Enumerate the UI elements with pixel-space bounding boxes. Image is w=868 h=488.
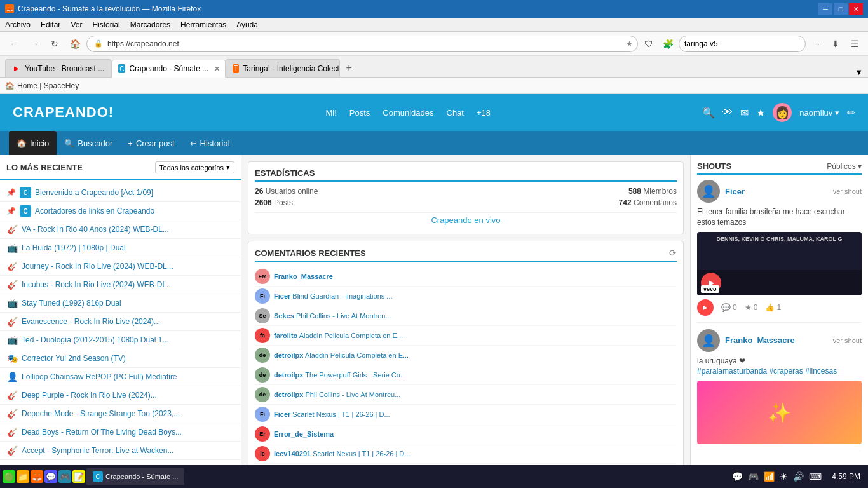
bookmark-star-icon[interactable]: ★ xyxy=(626,39,633,48)
post-item-9[interactable]: 🎭 Corrector Yui 2nd Season (TV) xyxy=(0,349,241,368)
shout-comments-action[interactable]: 💬 0 xyxy=(721,303,737,312)
username-label[interactable]: naomiluv ▾ xyxy=(799,108,839,118)
shout-user-1[interactable]: Franko_Massacre xyxy=(725,336,795,345)
user-avatar[interactable]: 👩 xyxy=(773,103,792,122)
comment-row-5[interactable]: de detroilpx The Powerpuff Girls - Serie… xyxy=(255,365,677,385)
comment-row-0[interactable]: FM Franko_Massacre xyxy=(255,267,677,287)
search-go-button[interactable]: → xyxy=(808,36,825,52)
post-item-13[interactable]: 🎸 Dead Boys - Return Of The Living Dead … xyxy=(0,423,241,442)
taskbar-steam[interactable]: 🎮 xyxy=(58,470,71,483)
new-tab-button[interactable]: + xyxy=(340,59,358,77)
comment-row-9[interactable]: le lecv140291 Scarlet Nexus | T1 | 26-26… xyxy=(255,444,677,464)
live-button[interactable]: Crapeando en vivo xyxy=(255,212,677,227)
titlebar-controls[interactable]: ─ □ ✕ xyxy=(818,3,863,15)
menu-ver[interactable]: Ver xyxy=(71,20,82,29)
mail-icon[interactable]: ✉ xyxy=(740,107,749,119)
post-item-7[interactable]: 🎸 Evanescence - Rock In Rio Live (2024).… xyxy=(0,313,241,331)
forward-button[interactable]: → xyxy=(25,35,43,53)
tab-crapeando-close[interactable]: ✕ xyxy=(212,64,222,74)
shout-play-button[interactable]: ▶ xyxy=(697,299,714,316)
search-input[interactable] xyxy=(679,36,806,52)
shout-ver-1[interactable]: ver shout xyxy=(833,337,862,344)
refresh-comments-icon[interactable]: ⟳ xyxy=(669,248,677,258)
shout-stars-action[interactable]: ★ 0 xyxy=(745,303,758,312)
eye-icon[interactable]: 👁 xyxy=(722,107,733,118)
compose-icon[interactable]: ✏ xyxy=(847,107,855,119)
post-item-0[interactable]: 📌 C Bienvenido a Crapeando [Act 1/09] xyxy=(0,184,241,202)
comment-row-6[interactable]: de detroilpx Phil Collins - Live At Mont… xyxy=(255,385,677,405)
nav-chat[interactable]: Chat xyxy=(447,108,464,118)
subnav-inicio[interactable]: 🏠 Inicio xyxy=(9,131,57,155)
volume-sys-icon[interactable]: 🔊 xyxy=(793,471,804,482)
taskbar-active-window[interactable]: C Crapeando - Súmate ... xyxy=(86,468,184,485)
menu-archivo[interactable]: Archivo xyxy=(5,20,31,29)
menu-herramientas[interactable]: Herramientas xyxy=(180,20,226,29)
taskbar-app-0[interactable]: 🟢 xyxy=(3,470,15,483)
hashtag-1-1[interactable]: #paralamasturbanda xyxy=(697,367,767,376)
refresh-button[interactable]: ↻ xyxy=(46,35,64,53)
steam-sys-icon[interactable]: 🎮 xyxy=(748,471,759,482)
minimize-button[interactable]: ─ xyxy=(818,3,832,15)
post-item-2[interactable]: 🎸 VA - Rock In Rio 40 Anos (2024) WEB-DL… xyxy=(0,220,241,239)
shield-icon[interactable]: 🛡 xyxy=(641,36,657,52)
download-icon[interactable]: ⬇ xyxy=(827,36,844,52)
extensions-icon[interactable]: 🧩 xyxy=(660,36,676,52)
comment-row-7[interactable]: Fi Ficer Scarlet Nexus | T1 | 26-26 | D.… xyxy=(255,405,677,424)
hashtag-1-2[interactable]: #craperas xyxy=(769,367,803,376)
category-dropdown[interactable]: Todas las categorías ▾ xyxy=(155,161,234,173)
menu-editar[interactable]: Editar xyxy=(41,20,60,29)
close-button[interactable]: ✕ xyxy=(849,3,863,15)
menu-icon[interactable]: ☰ xyxy=(846,36,863,52)
menu-marcadores[interactable]: Marcadores xyxy=(130,20,170,29)
nav-posts[interactable]: Posts xyxy=(349,108,370,118)
shout-user-0[interactable]: Ficer xyxy=(725,187,745,196)
discord-sys-icon[interactable]: 💬 xyxy=(732,471,743,482)
tab-taringa[interactable]: T Taringa! - Inteligencia Colectiva ✕ xyxy=(226,59,340,77)
post-item-12[interactable]: 🎸 Depeche Mode - Strange Strange Too (20… xyxy=(0,405,241,423)
post-item-6[interactable]: 📺 Stay Tuned (1992) 816p Dual xyxy=(0,294,241,313)
nav-18[interactable]: +18 xyxy=(477,108,491,118)
star-icon[interactable]: ★ xyxy=(756,107,765,119)
menu-historial[interactable]: Historial xyxy=(92,20,119,29)
taskbar-notes[interactable]: 📝 xyxy=(72,470,85,483)
address-bar[interactable]: https://crapeando.net xyxy=(86,36,638,52)
brightness-sys-icon[interactable]: ☀ xyxy=(780,471,788,482)
tab-list-button[interactable]: ▼ xyxy=(855,67,863,77)
subnav-historial[interactable]: ↩ Historial xyxy=(182,131,238,155)
menu-ayuda[interactable]: Ayuda xyxy=(236,20,258,29)
shout-likes-action[interactable]: 👍 1 xyxy=(765,303,781,312)
taskbar-discord[interactable]: 💬 xyxy=(44,470,57,483)
nav-mi[interactable]: Mi! xyxy=(325,108,336,118)
post-item-1[interactable]: 📌 C Acortadores de links en Crapeando xyxy=(0,202,241,220)
subnav-crear[interactable]: + Crear post xyxy=(120,131,182,155)
comment-row-8[interactable]: Er Error_de_Sistema xyxy=(255,424,677,444)
network-sys-icon[interactable]: 📶 xyxy=(764,471,775,482)
subnav-buscador[interactable]: 🔍 Buscador xyxy=(57,131,120,155)
keyboard-sys-icon[interactable]: ⌨ xyxy=(809,471,822,482)
maximize-button[interactable]: □ xyxy=(834,3,848,15)
comment-row-4[interactable]: de detroilpx Aladdin Pelicula Completa e… xyxy=(255,346,677,365)
comment-row-2[interactable]: Se Sekes Phil Collins - Live At Montreu.… xyxy=(255,306,677,326)
tab-youtube[interactable]: ▶ YouTube - Broadcast ... xyxy=(5,59,111,77)
post-item-4[interactable]: 🎸 Journey - Rock In Rio Live (2024) WEB-… xyxy=(0,257,241,276)
comment-row-1[interactable]: Fi Ficer Blind Guardian - Imaginations .… xyxy=(255,287,677,306)
nav-comunidades[interactable]: Comunidades xyxy=(383,108,433,118)
post-item-10[interactable]: 👤 Lollipop Chainsaw RePOP (PC Full) Medi… xyxy=(0,368,241,386)
post-item-3[interactable]: 📺 La Huida (1972) | 1080p | Dual xyxy=(0,239,241,257)
post-item-8[interactable]: 📺 Ted - Duología (2012-2015) 1080p Dual … xyxy=(0,331,241,349)
shout-ver-0[interactable]: ver shout xyxy=(833,187,862,195)
post-item-5[interactable]: 🎸 Incubus - Rock In Rio Live (2024) WEB-… xyxy=(0,276,241,294)
taskbar-app-1[interactable]: 📁 xyxy=(17,470,29,483)
hashtag-1-3[interactable]: #lincesas xyxy=(805,367,837,376)
shouts-filter[interactable]: Públicos ▾ xyxy=(827,162,862,171)
search-icon[interactable]: 🔍 xyxy=(702,107,715,119)
back-button[interactable]: ← xyxy=(5,35,23,53)
post-item-11[interactable]: 🎸 Deep Purple - Rock In Rio Live (2024).… xyxy=(0,386,241,405)
comment-row-3[interactable]: fa farolito Aladdin Pelicula Completa en… xyxy=(255,326,677,346)
bookmark-spacehey[interactable]: 🏠 Home | SpaceHey xyxy=(5,81,79,90)
taskbar-firefox[interactable]: 🦊 xyxy=(31,470,43,483)
post-item-14[interactable]: 🎸 Accept - Symphonic Terror: Live at Wac… xyxy=(0,442,241,460)
tab-crapeando[interactable]: C Crapeando - Súmate ... ✕ xyxy=(111,60,226,78)
site-logo[interactable]: CRAPEANDO! xyxy=(13,104,114,121)
home-button[interactable]: 🏠 xyxy=(66,35,84,53)
